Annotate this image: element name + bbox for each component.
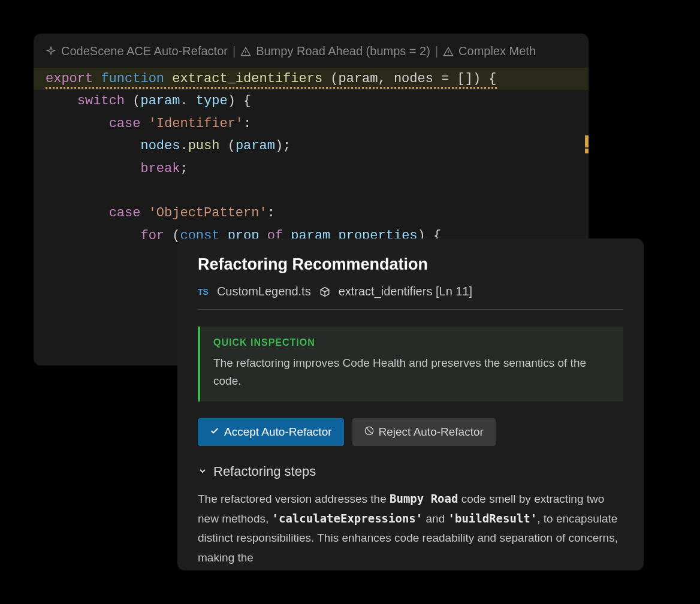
check-icon [210, 425, 219, 439]
chevron-down-icon [198, 464, 207, 479]
reject-icon [364, 425, 374, 439]
code-line-3: case 'Identifier': [46, 113, 577, 135]
warning-icon [240, 46, 251, 57]
code-line-2: switch (param. type) { [46, 90, 577, 112]
minimap-marker[interactable] [585, 135, 589, 147]
typescript-badge: TS [198, 287, 209, 297]
button-row: Accept Auto-Refactor Reject Auto-Refacto… [198, 418, 623, 446]
steps-text: The refactored version addresses the Bum… [198, 489, 623, 567]
refactoring-popup: Refactoring Recommendation TS CustomLege… [177, 238, 644, 570]
code-line-6: case 'ObjectPattern': [46, 202, 577, 224]
code-area[interactable]: export function extract_identifiers (par… [34, 65, 589, 249]
code-lens-auto-refactor[interactable]: CodeScene ACE Auto-Refactor [46, 44, 228, 58]
warning-icon [443, 46, 454, 57]
inspection-label: QUICK INSPECTION [213, 337, 610, 348]
code-lens-label: Bumpy Road Ahead (bumps = 2) [256, 44, 430, 58]
popup-title: Refactoring Recommendation [198, 255, 623, 274]
filename[interactable]: CustomLegend.ts [217, 285, 311, 298]
code-line-5: break; [46, 158, 577, 180]
code-lens-bumpy-road[interactable]: Bumpy Road Ahead (bumps = 2) [240, 44, 430, 58]
steps-header[interactable]: Refactoring steps [198, 464, 623, 479]
code-lens-complex-method[interactable]: Complex Meth [443, 44, 536, 58]
code-lens-label: Complex Meth [458, 44, 536, 58]
reject-button[interactable]: Reject Auto-Refactor [352, 418, 496, 446]
code-line-blank [46, 180, 577, 202]
steps-header-label: Refactoring steps [213, 464, 316, 479]
cube-icon [319, 286, 330, 297]
sparkle-icon [46, 46, 56, 57]
code-line-1: export function extract_identifiers (par… [34, 68, 589, 90]
accept-button[interactable]: Accept Auto-Refactor [198, 418, 344, 446]
inspection-text: The refactoring improves Code Health and… [213, 354, 610, 391]
accept-label: Accept Auto-Refactor [224, 425, 332, 439]
function-reference[interactable]: extract_identifiers [Ln 11] [339, 285, 472, 298]
code-lens-bar: CodeScene ACE Auto-Refactor | Bumpy Road… [34, 34, 589, 65]
reject-label: Reject Auto-Refactor [379, 425, 484, 439]
code-line-4: nodes.push (param); [46, 135, 577, 157]
separator: | [233, 44, 236, 58]
minimap-marker[interactable] [585, 149, 589, 153]
popup-meta: TS CustomLegend.ts extract_identifiers [… [198, 285, 623, 310]
code-lens-label: CodeScene ACE Auto-Refactor [61, 44, 228, 58]
separator: | [435, 44, 438, 58]
quick-inspection-box: QUICK INSPECTION The refactoring improve… [198, 327, 623, 401]
